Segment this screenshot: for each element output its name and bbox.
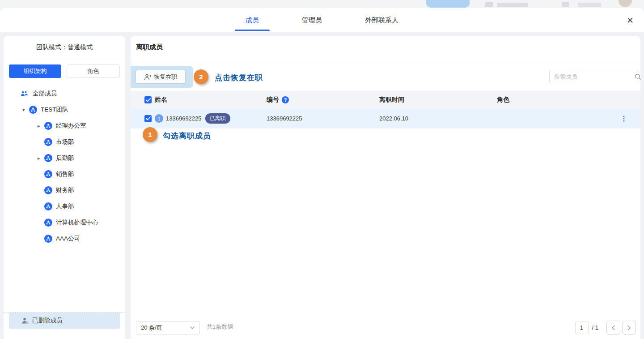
sidebar-item-manager-office[interactable]: ▸ 经理办公室 xyxy=(4,118,125,134)
people-group-icon xyxy=(21,90,28,97)
tree-item-label: AAA公司 xyxy=(56,235,80,243)
tree-item-label: 后勤部 xyxy=(56,154,74,162)
background-app-strip xyxy=(0,0,644,9)
row-more-actions-icon[interactable]: ⋮ xyxy=(620,113,628,124)
tree-item-label: TEST团队 xyxy=(41,106,68,114)
close-icon[interactable]: ✕ xyxy=(624,14,636,26)
help-icon[interactable]: ? xyxy=(282,96,289,103)
pagination: 1 / 1 xyxy=(575,321,636,335)
annotation-text-2: 点击恢复在职 xyxy=(215,73,263,83)
org-node-icon xyxy=(29,106,37,114)
member-name: 13369692225 xyxy=(166,115,202,122)
col-header-name: 姓名 xyxy=(155,96,267,104)
background-button-remnant xyxy=(426,0,470,8)
org-node-icon xyxy=(44,154,52,162)
sidebar-item-test-team[interactable]: ▾ TEST团队 xyxy=(4,102,125,118)
sidebar-item-computer-center[interactable]: 计算机处理中心 xyxy=(4,215,125,231)
org-node-icon xyxy=(44,219,52,227)
org-node-icon xyxy=(44,138,52,146)
tab-external-contacts[interactable]: 外部联系人 xyxy=(354,8,409,32)
prev-page-button[interactable] xyxy=(606,321,620,335)
page-size-select[interactable]: 20 条/页 xyxy=(136,321,200,335)
tree-item-label: 人事部 xyxy=(56,202,74,210)
sidebar-item-market-dept[interactable]: 市场部 xyxy=(4,134,125,150)
restore-employment-button[interactable]: 恢复在职 xyxy=(136,70,186,84)
tree-item-label: 销售部 xyxy=(56,170,74,178)
search-box xyxy=(549,70,638,83)
background-avatar-remnant xyxy=(619,0,632,7)
search-input[interactable] xyxy=(550,73,635,80)
restore-button-label: 恢复在职 xyxy=(154,73,177,81)
dialog-header: 成员 管理员 外部联系人 ✕ xyxy=(0,8,644,32)
page-size-value: 20 条/页 xyxy=(136,324,190,332)
status-badge: 已离职 xyxy=(205,113,230,124)
tree-item-label: 计算机处理中心 xyxy=(56,219,98,227)
sidebar-item-finance-dept[interactable]: 财务部 xyxy=(4,182,125,198)
org-structure-button[interactable]: 组织架构 xyxy=(9,64,61,78)
page-title: 离职成员 xyxy=(136,43,163,51)
sidebar-item-hr-dept[interactable]: 人事部 xyxy=(4,198,125,215)
tree-item-label: 经理办公室 xyxy=(56,122,86,130)
org-node-icon xyxy=(44,186,52,194)
background-icon-remnant xyxy=(562,2,569,7)
tree-item-label: 全部成员 xyxy=(33,90,57,98)
leave-date: 2022.06.10 xyxy=(379,115,497,122)
role-button[interactable]: 角色 xyxy=(67,64,120,78)
tab-members[interactable]: 成员 xyxy=(235,8,270,32)
table-header: 姓名 编号 ? 离职时间 角色 xyxy=(131,91,640,109)
sidebar-item-logistics-dept[interactable]: ▸ 后勤部 xyxy=(4,150,125,166)
total-count-label: 共1条数据 xyxy=(207,323,233,331)
sidebar-item-deleted-members[interactable]: 已删除成员 xyxy=(9,313,120,329)
current-page-input[interactable]: 1 xyxy=(575,322,589,334)
caret-right-icon[interactable]: ▸ xyxy=(38,123,44,129)
org-tree: 全部成员 ▾ TEST团队 ▸ 经理办公室 市场部 ▸ xyxy=(4,86,125,247)
member-number: 13369692225 xyxy=(267,115,379,122)
next-page-button[interactable] xyxy=(622,321,636,335)
annotation-step-1: 1 xyxy=(143,127,157,142)
background-text-remnant xyxy=(497,3,528,7)
search-icon[interactable] xyxy=(635,73,641,80)
table-row[interactable]: 1 13369692225 已离职 13369692225 2022.06.10 xyxy=(131,109,640,129)
background-icon-remnant xyxy=(485,2,493,7)
main-panel: 离职成员 恢复在职 2 点击恢复在职 姓名 编号 ? 离职时间 角色 xyxy=(131,36,640,339)
divider xyxy=(131,63,640,63)
col-header-leave-date: 离职时间 xyxy=(379,96,497,104)
caret-down-icon[interactable]: ▾ xyxy=(22,107,29,113)
col-header-number: 编号 xyxy=(267,96,279,104)
col-header-role: 角色 xyxy=(497,96,640,104)
caret-right-icon[interactable]: ▸ xyxy=(38,155,44,161)
org-node-icon xyxy=(44,235,52,243)
select-all-checkbox[interactable] xyxy=(144,96,152,103)
annotation-step-2: 2 xyxy=(194,69,208,84)
org-node-icon xyxy=(44,202,52,210)
background-text-remnant xyxy=(578,3,601,7)
chevron-down-icon xyxy=(190,326,195,330)
person-restore-icon xyxy=(144,74,151,80)
deleted-members-label: 已删除成员 xyxy=(32,317,63,325)
avatar: 1 xyxy=(155,114,163,123)
annotation-text-1: 勾选离职成员 xyxy=(163,131,211,141)
org-node-icon xyxy=(44,122,52,130)
tree-item-label: 市场部 xyxy=(56,138,74,146)
tree-item-label: 财务部 xyxy=(56,186,74,194)
tab-admins[interactable]: 管理员 xyxy=(291,8,333,32)
sidebar: 团队模式：普通模式 组织架构 角色 全部成员 ▾ TEST团队 ▸ 经理办公室 xyxy=(4,36,125,339)
row-checkbox[interactable] xyxy=(144,115,152,122)
org-node-icon xyxy=(44,170,52,178)
total-pages-label: / 1 xyxy=(592,324,598,331)
deleted-person-icon xyxy=(21,318,29,324)
divider xyxy=(11,59,118,59)
team-mode-label: 团队模式：普通模式 xyxy=(4,43,125,51)
sidebar-item-all-members[interactable]: 全部成员 xyxy=(4,86,125,102)
sidebar-item-sales-dept[interactable]: 销售部 xyxy=(4,166,125,182)
sidebar-item-aaa-company[interactable]: AAA公司 xyxy=(4,231,125,247)
